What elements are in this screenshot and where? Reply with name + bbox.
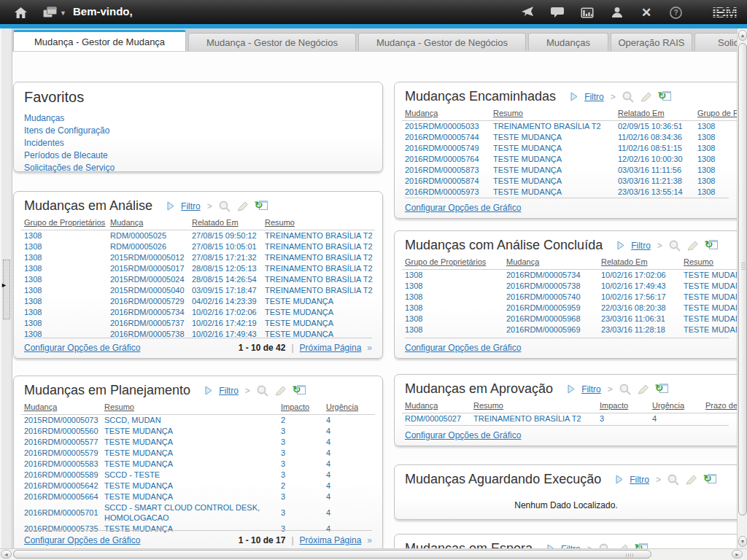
table-cell[interactable]: 1308 bbox=[694, 165, 737, 176]
chart-options-icon[interactable]: ↻ bbox=[705, 240, 718, 252]
horizontal-scrollbar[interactable]: ◄ ► bbox=[0, 548, 747, 560]
column-header[interactable]: Resumo bbox=[101, 401, 278, 415]
table-cell[interactable]: 2016RDM/00005740 bbox=[503, 292, 598, 303]
table-cell[interactable]: 2015RDM/00005024 bbox=[107, 274, 189, 285]
column-header[interactable]: Relatado Em bbox=[189, 217, 262, 230]
table-cell[interactable]: 28/08/15 14:26:54 bbox=[189, 274, 262, 285]
table-cell[interactable]: 23/03/16 13:55:14 bbox=[615, 187, 694, 198]
filter-link[interactable]: Filtro bbox=[631, 241, 651, 251]
table-cell[interactable]: 2016RDM/00005664 bbox=[21, 491, 101, 502]
config-chart-link[interactable]: Configurar Opções de Gráfico bbox=[24, 343, 140, 353]
sign-out-icon[interactable]: ✕ bbox=[639, 5, 654, 20]
filter-chevron-icon[interactable]: > bbox=[245, 386, 250, 396]
table-cell[interactable]: TESTE MUDANÇA bbox=[681, 292, 737, 303]
table-cell[interactable]: 1308 bbox=[694, 143, 737, 154]
vertical-scroll-thumb[interactable] bbox=[738, 43, 747, 516]
search-icon[interactable] bbox=[257, 385, 268, 397]
table-cell[interactable]: RDM/00005027 bbox=[402, 413, 471, 425]
table-cell[interactable]: RDM/00005025 bbox=[107, 230, 189, 242]
table-cell[interactable]: TESTE MUDANÇA bbox=[490, 154, 615, 165]
tab-mudanca-gestor-de-negocios-2[interactable]: Mudança - Gestor de Negócios bbox=[358, 33, 526, 51]
search-icon[interactable] bbox=[667, 474, 679, 486]
table-cell[interactable]: 1308 bbox=[694, 176, 737, 187]
table-cell[interactable]: 28/08/15 12:05:13 bbox=[189, 263, 262, 274]
scroll-right-button[interactable]: ► bbox=[732, 550, 743, 559]
announcements-icon[interactable] bbox=[519, 5, 534, 20]
tab-mudanca-gestor-de-negocios-1[interactable]: Mudança - Gestor de Negócios bbox=[188, 33, 356, 51]
search-icon[interactable] bbox=[669, 240, 681, 252]
table-cell[interactable]: 2015RDM/00005033 bbox=[402, 121, 490, 133]
table-cell[interactable]: 2016RDM/00005968 bbox=[503, 314, 598, 324]
config-chart-link[interactable]: Configurar Opções de Gráfico bbox=[405, 430, 521, 440]
table-cell[interactable]: 03/03/16 11:21:38 bbox=[615, 176, 694, 187]
table-cell[interactable]: 1308 bbox=[21, 252, 107, 263]
filter-chevron-icon[interactable]: > bbox=[611, 92, 616, 102]
horizontal-scroll-thumb[interactable] bbox=[13, 550, 651, 559]
table-cell[interactable]: TESTE MUDANÇA bbox=[101, 459, 278, 470]
config-chart-link[interactable]: Configurar Opções de Gráfico bbox=[405, 203, 521, 213]
filter-expand-icon[interactable] bbox=[167, 201, 174, 211]
chart-options-icon[interactable]: ↻ bbox=[255, 201, 268, 212]
app-switcher-icon[interactable] bbox=[42, 5, 57, 20]
chat-icon[interactable] bbox=[550, 5, 565, 20]
column-header[interactable]: Grupo de Proprietários bbox=[694, 107, 737, 121]
table-cell[interactable]: 2016RDM/00005764 bbox=[402, 154, 490, 165]
column-header[interactable]: Resumo bbox=[490, 107, 615, 121]
table-cell[interactable]: TESTE MUDANÇA bbox=[101, 481, 278, 491]
table-cell[interactable]: 2015RDM/00005017 bbox=[107, 263, 189, 274]
app-switcher-caret-icon[interactable]: ▼ bbox=[60, 9, 66, 17]
table-cell[interactable]: TESTE MUDANÇA bbox=[490, 176, 615, 187]
table-cell[interactable]: 2015RDM/00005073 bbox=[21, 415, 101, 427]
table-cell[interactable]: 2016RDM/00005701 bbox=[21, 502, 101, 524]
column-header[interactable]: Resumo bbox=[262, 217, 375, 230]
table-cell[interactable]: 03/09/15 17:18:47 bbox=[189, 285, 262, 296]
table-cell[interactable]: 4 bbox=[649, 413, 703, 425]
vertical-scrollbar[interactable]: ▲ ▼ bbox=[737, 28, 747, 548]
column-header[interactable]: Resumo bbox=[681, 256, 737, 270]
search-icon[interactable] bbox=[622, 91, 634, 103]
table-cell[interactable]: 3 bbox=[278, 491, 323, 502]
table-cell[interactable]: 1308 bbox=[402, 314, 503, 324]
filter-expand-icon[interactable] bbox=[616, 475, 623, 484]
table-cell[interactable]: 2016RDM/00005738 bbox=[503, 281, 598, 292]
table-cell[interactable]: TESTE MUDANÇA bbox=[490, 187, 615, 198]
filter-expand-icon[interactable] bbox=[568, 384, 575, 394]
column-header[interactable]: Resumo bbox=[471, 400, 597, 413]
tab-mudanca-gestor-de-mudanca[interactable]: Mudança - Gestor de Mudança bbox=[13, 30, 186, 51]
filter-link[interactable]: Filtro bbox=[581, 384, 601, 394]
next-page-arrow-icon[interactable]: » bbox=[367, 343, 372, 353]
favorite-link-solicitacoes-de-servico[interactable]: Solicitações de Serviço bbox=[24, 162, 372, 174]
edit-icon[interactable] bbox=[687, 241, 699, 251]
filter-link[interactable]: Filtro bbox=[181, 201, 201, 211]
table-cell[interactable]: 22/03/16 08:20:38 bbox=[598, 303, 681, 314]
edit-icon[interactable] bbox=[686, 475, 697, 485]
table-cell[interactable]: TREINAMENTO BRASÍLIA T2 bbox=[262, 263, 375, 274]
table-cell[interactable]: SCCD - SMART CLOUD CONTROL DESK, HOMOLOG… bbox=[101, 502, 278, 524]
table-cell[interactable]: 1308 bbox=[402, 324, 503, 335]
table-cell[interactable]: TREINAMENTO BRASÍLIA T2 bbox=[262, 252, 375, 263]
table-cell[interactable]: 4 bbox=[323, 470, 375, 481]
table-cell[interactable]: 2016RDM/00005589 bbox=[21, 470, 101, 481]
table-cell[interactable]: 2015RDM/00005040 bbox=[107, 285, 189, 296]
filter-chevron-icon[interactable]: > bbox=[608, 384, 613, 394]
table-cell[interactable]: 3 bbox=[278, 426, 323, 437]
table-cell[interactable]: 2016RDM/00005642 bbox=[21, 481, 101, 491]
filter-link[interactable]: Filtro bbox=[630, 475, 649, 485]
table-cell[interactable]: 2016RDM/00005973 bbox=[402, 187, 490, 198]
table-cell[interactable]: 2016RDM/00005734 bbox=[503, 270, 598, 281]
table-cell[interactable]: TESTE MUDANÇA bbox=[262, 318, 375, 329]
table-cell[interactable]: 4 bbox=[323, 415, 375, 427]
edit-icon[interactable] bbox=[237, 201, 249, 211]
filter-expand-icon[interactable] bbox=[205, 386, 212, 395]
config-chart-link[interactable]: Configurar Opções de Gráfico bbox=[405, 343, 521, 353]
table-cell[interactable]: 12/02/16 10:00:30 bbox=[615, 154, 694, 165]
column-header[interactable]: Grupo de Proprietários bbox=[21, 217, 107, 230]
column-header[interactable]: Urgência bbox=[649, 400, 703, 413]
table-cell[interactable]: 1308 bbox=[694, 132, 737, 143]
help-icon[interactable]: ? bbox=[668, 5, 683, 20]
scroll-left-button[interactable]: ◄ bbox=[1, 550, 12, 559]
config-chart-link[interactable]: Configurar Opções de Gráfico bbox=[24, 535, 140, 545]
column-header[interactable]: Relatado Em bbox=[598, 256, 681, 270]
table-cell[interactable]: 4 bbox=[323, 437, 375, 448]
table-cell[interactable]: 2016RDM/00005874 bbox=[402, 176, 490, 187]
